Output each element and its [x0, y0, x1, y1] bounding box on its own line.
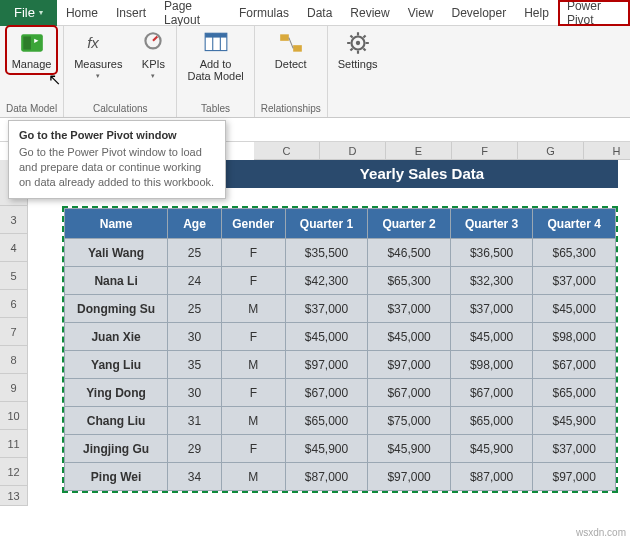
- cell[interactable]: Juan Xie: [65, 323, 168, 351]
- cell[interactable]: $37,000: [285, 295, 368, 323]
- cell[interactable]: $67,000: [450, 379, 533, 407]
- table-row[interactable]: Ping Wei34M$87,000$97,000$87,000$97,000: [65, 463, 616, 491]
- tab-home[interactable]: Home: [57, 0, 107, 26]
- cell[interactable]: 25: [168, 295, 222, 323]
- cell[interactable]: $45,000: [285, 323, 368, 351]
- cell[interactable]: Yang Liu: [65, 351, 168, 379]
- table-row[interactable]: Juan Xie30F$45,000$45,000$45,000$98,000: [65, 323, 616, 351]
- cell[interactable]: F: [221, 323, 285, 351]
- cell[interactable]: $37,000: [533, 267, 616, 295]
- cell[interactable]: 29: [168, 435, 222, 463]
- cell[interactable]: $67,000: [533, 351, 616, 379]
- cell[interactable]: $65,000: [450, 407, 533, 435]
- cell[interactable]: $87,000: [450, 463, 533, 491]
- cell[interactable]: $42,300: [285, 267, 368, 295]
- cell[interactable]: 31: [168, 407, 222, 435]
- cell[interactable]: $45,000: [450, 323, 533, 351]
- cell[interactable]: Ping Wei: [65, 463, 168, 491]
- row-header[interactable]: 9: [0, 374, 28, 402]
- tab-developer[interactable]: Developer: [442, 0, 515, 26]
- table-row[interactable]: Yang Liu35M$97,000$97,000$98,000$67,000: [65, 351, 616, 379]
- row-header[interactable]: 6: [0, 290, 28, 318]
- cell[interactable]: 30: [168, 323, 222, 351]
- column-header-cell[interactable]: Quarter 1: [285, 209, 368, 239]
- row-header[interactable]: 10: [0, 402, 28, 430]
- column-header-cell[interactable]: Gender: [221, 209, 285, 239]
- column-header-cell[interactable]: Quarter 2: [368, 209, 451, 239]
- cell[interactable]: $37,000: [450, 295, 533, 323]
- cell[interactable]: Dongming Su: [65, 295, 168, 323]
- cell[interactable]: $37,000: [368, 295, 451, 323]
- cell[interactable]: 24: [168, 267, 222, 295]
- cell[interactable]: Nana Li: [65, 267, 168, 295]
- cell[interactable]: $37,000: [533, 435, 616, 463]
- cell[interactable]: $87,000: [285, 463, 368, 491]
- cell[interactable]: $97,000: [533, 463, 616, 491]
- tab-help[interactable]: Help: [515, 0, 558, 26]
- tab-insert[interactable]: Insert: [107, 0, 155, 26]
- cell[interactable]: $45,000: [533, 295, 616, 323]
- column-header[interactable]: E: [386, 142, 452, 160]
- cell[interactable]: $97,000: [368, 351, 451, 379]
- tab-page-layout[interactable]: Page Layout: [155, 0, 230, 26]
- worksheet[interactable]: CDEFGH 2345678910111213 Yearly Sales Dat…: [0, 142, 630, 538]
- cell[interactable]: $98,000: [533, 323, 616, 351]
- cell[interactable]: M: [221, 295, 285, 323]
- manage-button[interactable]: Manage: [8, 28, 56, 72]
- cell[interactable]: 34: [168, 463, 222, 491]
- tab-formulas[interactable]: Formulas: [230, 0, 298, 26]
- cell[interactable]: $45,900: [450, 435, 533, 463]
- cell[interactable]: $65,000: [533, 379, 616, 407]
- cell[interactable]: $97,000: [368, 463, 451, 491]
- kpis-button[interactable]: KPIs: [136, 28, 170, 82]
- cell[interactable]: $35,500: [285, 239, 368, 267]
- column-header-cell[interactable]: Quarter 4: [533, 209, 616, 239]
- table-row[interactable]: Dongming Su25M$37,000$37,000$37,000$45,0…: [65, 295, 616, 323]
- row-header[interactable]: 13: [0, 486, 28, 506]
- detect-button[interactable]: Detect: [271, 28, 311, 72]
- cell[interactable]: $45,900: [368, 435, 451, 463]
- column-header[interactable]: G: [518, 142, 584, 160]
- row-header[interactable]: 7: [0, 318, 28, 346]
- table-row[interactable]: Nana Li24F$42,300$65,300$32,300$37,000: [65, 267, 616, 295]
- cell[interactable]: $32,300: [450, 267, 533, 295]
- cell[interactable]: M: [221, 463, 285, 491]
- cell[interactable]: M: [221, 351, 285, 379]
- cell[interactable]: $67,000: [285, 379, 368, 407]
- cell[interactable]: Yali Wang: [65, 239, 168, 267]
- row-header[interactable]: 5: [0, 262, 28, 290]
- tab-review[interactable]: Review: [341, 0, 398, 26]
- cell[interactable]: 35: [168, 351, 222, 379]
- cell[interactable]: $45,900: [285, 435, 368, 463]
- tab-data[interactable]: Data: [298, 0, 341, 26]
- cell[interactable]: 30: [168, 379, 222, 407]
- column-header-cell[interactable]: Quarter 3: [450, 209, 533, 239]
- cell[interactable]: Ying Dong: [65, 379, 168, 407]
- column-header-cell[interactable]: Name: [65, 209, 168, 239]
- table-row[interactable]: Ying Dong30F$67,000$67,000$67,000$65,000: [65, 379, 616, 407]
- measures-button[interactable]: fx Measures: [70, 28, 126, 82]
- cell[interactable]: F: [221, 435, 285, 463]
- cell[interactable]: 25: [168, 239, 222, 267]
- tab-power-pivot[interactable]: Power Pivot: [558, 0, 630, 26]
- cell[interactable]: F: [221, 379, 285, 407]
- column-header[interactable]: D: [320, 142, 386, 160]
- row-header[interactable]: 12: [0, 458, 28, 486]
- cell[interactable]: $45,000: [368, 323, 451, 351]
- row-header[interactable]: 8: [0, 346, 28, 374]
- row-header[interactable]: 11: [0, 430, 28, 458]
- cell[interactable]: Chang Liu: [65, 407, 168, 435]
- row-header[interactable]: 4: [0, 234, 28, 262]
- column-header[interactable]: C: [254, 142, 320, 160]
- cell[interactable]: $65,300: [533, 239, 616, 267]
- table-row[interactable]: Chang Liu31M$65,000$75,000$65,000$45,900: [65, 407, 616, 435]
- cell[interactable]: $65,300: [368, 267, 451, 295]
- cell[interactable]: F: [221, 239, 285, 267]
- cell[interactable]: $36,500: [450, 239, 533, 267]
- cell[interactable]: M: [221, 407, 285, 435]
- cell[interactable]: Jingjing Gu: [65, 435, 168, 463]
- cell[interactable]: $75,000: [368, 407, 451, 435]
- table-row[interactable]: Yali Wang25F$35,500$46,500$36,500$65,300: [65, 239, 616, 267]
- settings-button[interactable]: Settings: [334, 28, 382, 72]
- add-to-data-model-button[interactable]: Add to Data Model: [183, 28, 247, 84]
